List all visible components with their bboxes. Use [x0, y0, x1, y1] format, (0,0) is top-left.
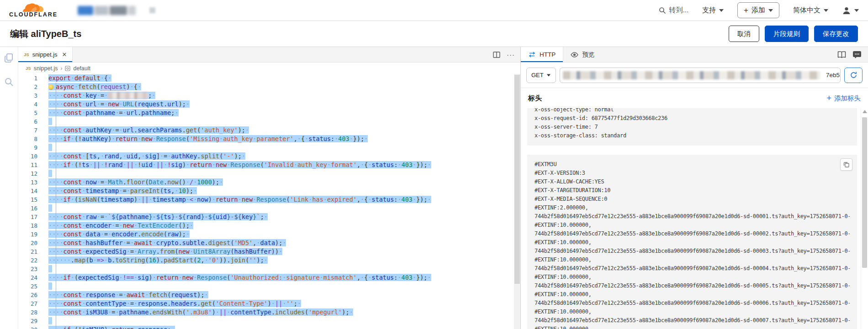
code-line[interactable]: 17····const·raw·=·`${pathname}-${ts}-${r…	[18, 213, 520, 221]
chevron-right-icon: ›	[60, 65, 62, 72]
code-line[interactable]: 1export·default·{·	[18, 74, 520, 83]
response-line: 744b2f58d016497eb5cd77e12c23e555-a883e1b…	[535, 247, 850, 256]
code-line[interactable]: 12	[18, 169, 520, 178]
line-number: 25	[18, 282, 48, 291]
goto-search[interactable]: 转到...	[659, 6, 689, 15]
search-sidebar-icon[interactable]	[4, 77, 14, 87]
line-number: 30	[18, 325, 48, 329]
code-line[interactable]: 22······.map(b·=>·b.toString(16).padStar…	[18, 256, 520, 265]
language-label: 简体中文	[793, 6, 820, 15]
response-area[interactable]: x-oss-object-type: normalx-oss-request-i…	[521, 108, 868, 329]
code-line[interactable]: 8····if·(!authKey)·return·new·Response('…	[18, 135, 520, 143]
code-line[interactable]: 29	[18, 317, 520, 325]
code-line[interactable]: 15····if·(isNaN(timestamp)·||·timestamp·…	[18, 195, 520, 204]
support-menu[interactable]: 支持	[702, 6, 724, 15]
code-line[interactable]: 16	[18, 204, 520, 213]
breadcrumb-symbol[interactable]: default	[73, 65, 90, 72]
docs-book-icon[interactable]	[837, 51, 846, 58]
tab-http[interactable]: HTTP	[521, 47, 563, 62]
response-line: 744b2f58d016497eb5cd77e12c23e555-a883e1b…	[535, 316, 850, 325]
code-line[interactable]: 27····const·contentType·=·response.heade…	[18, 299, 520, 308]
code-line[interactable]: 2async·fetch(request)·{·	[18, 83, 520, 91]
code-line[interactable]: 9	[18, 143, 520, 152]
code-editor[interactable]: 1export·default·{·2async·fetch(request)·…	[18, 74, 520, 329]
breadcrumb[interactable]: JS snippet.js › default	[18, 63, 520, 74]
code-line[interactable]: 21····const·expectedSig·=·Array.from(new…	[18, 247, 520, 256]
line-number: 7	[18, 126, 48, 135]
swap-arrows-icon	[528, 52, 536, 57]
code-line[interactable]: 26····const·response·=·await·fetch(reque…	[18, 291, 520, 299]
code-line[interactable]: 20····const·hashBuffer·=·await·crypto.su…	[18, 239, 520, 247]
code-line[interactable]: 24····if·(expectedSig·!==·sig)·return·ne…	[18, 273, 520, 282]
breadcrumb-file[interactable]: snippet.js	[34, 65, 58, 72]
line-number: 12	[18, 169, 48, 178]
account-name-redacted[interactable]	[78, 6, 136, 15]
send-refresh-button[interactable]	[844, 68, 863, 83]
code-line[interactable]: 10····const·[ts,·rand,·uid,·sig]·=·authK…	[18, 152, 520, 161]
response-line: #EXTINF:10.000000,	[535, 308, 850, 316]
response-line: x-oss-object-type: normal	[535, 108, 850, 114]
method-select[interactable]: GET	[526, 68, 556, 83]
code-line[interactable]: 7····const·authKey·=·url.searchParams.ge…	[18, 126, 520, 135]
more-actions-icon[interactable]: ···	[507, 51, 515, 58]
code-line[interactable]: 14····const·timestamp·=·parseInt(ts,·10)…	[18, 187, 520, 195]
tab-preview[interactable]: 预览	[563, 47, 602, 62]
code-line[interactable]: 25	[18, 282, 520, 291]
js-file-icon: JS	[24, 52, 29, 57]
page-title: 编辑 aliTypeB_ts	[10, 28, 81, 40]
code-line[interactable]: 18····const·encoder·=·new·TextEncoder();…	[18, 221, 520, 230]
line-number: 28	[18, 308, 48, 317]
line-number: 27	[18, 299, 48, 308]
split-editor-icon[interactable]	[493, 52, 500, 58]
lightbulb-icon[interactable]	[48, 84, 53, 89]
user-menu[interactable]	[842, 6, 859, 15]
method-label: GET	[531, 72, 544, 78]
copy-button[interactable]	[840, 158, 852, 171]
headers-label: 标头	[528, 94, 542, 103]
response-line: 744b2f58d016497eb5cd77e12c23e555-a883e1b…	[535, 264, 850, 273]
code-line[interactable]: 6	[18, 117, 520, 126]
cancel-button[interactable]: 取消	[729, 26, 759, 42]
close-tab-icon[interactable]: ✕	[62, 51, 67, 58]
indent-guide	[56, 83, 56, 329]
language-menu[interactable]: 简体中文	[793, 6, 828, 15]
files-icon[interactable]	[4, 52, 15, 63]
cloudflare-logo[interactable]: CLOUDFLARE	[9, 3, 58, 18]
support-label: 支持	[702, 6, 716, 15]
tab-snippet-js[interactable]: JS snippet.js ✕	[18, 47, 73, 62]
scroll-up-icon[interactable]	[863, 110, 867, 113]
response-line: #EXTINF:10.000000,	[535, 325, 850, 329]
plus-icon: +	[744, 8, 748, 13]
code-line[interactable]: 11····if·(!ts·||·!rand·||·!uid·||·!sig)·…	[18, 161, 520, 169]
page-header: 编辑 aliTypeB_ts 取消 片段规则 保存更改	[0, 21, 868, 47]
response-scrollbar[interactable]	[861, 108, 868, 329]
scrollbar-thumb[interactable]	[514, 75, 520, 284]
redacted-value	[108, 92, 148, 99]
code-line[interactable]: 5····const·pathname·=·url.pathname;·	[18, 109, 520, 117]
code-line[interactable]: 13····const·now·=·Math.floor(Date.now()·…	[18, 178, 520, 187]
response-line: x-oss-storage-class: standard	[535, 131, 850, 140]
code-line[interactable]: 4····const·url·=·new·URL(request.url);·	[18, 100, 520, 109]
response-body-block: #EXTM3U#EXT-X-VERSION:3#EXT-X-ALLOW-CACH…	[527, 155, 857, 329]
code-line[interactable]: 3····const·key·=·;·	[18, 91, 520, 100]
line-number: 26	[18, 291, 48, 299]
editor-scrollbar[interactable]	[514, 74, 520, 329]
line-number: 13	[18, 178, 48, 187]
code-line[interactable]: 23	[18, 265, 520, 273]
tab-bar-spacer	[73, 47, 493, 62]
code-line[interactable]: 30····if·(!isM3U8)·return·response;·	[18, 325, 520, 329]
snippet-rules-button[interactable]: 片段规则	[765, 26, 809, 42]
code-line[interactable]: 28····const·isM3U8·=·pathname.endsWith('…	[18, 308, 520, 317]
goto-label: 转到...	[669, 6, 689, 15]
chevron-down-icon	[719, 9, 724, 12]
scrollbar-thumb[interactable]	[862, 117, 867, 268]
add-menu-button[interactable]: + 添加	[737, 2, 779, 18]
chat-icon[interactable]	[852, 51, 862, 58]
tab-filename: snippet.js	[32, 51, 58, 58]
add-header-button[interactable]: + 添加标头	[826, 94, 861, 103]
save-changes-button[interactable]: 保存更改	[814, 26, 858, 42]
url-input[interactable]: 7eb5	[560, 68, 841, 83]
code-line[interactable]: 19····const·data·=·encoder.encode(raw);·	[18, 230, 520, 239]
line-number: 22	[18, 256, 48, 265]
http-tab-label: HTTP	[540, 51, 556, 58]
